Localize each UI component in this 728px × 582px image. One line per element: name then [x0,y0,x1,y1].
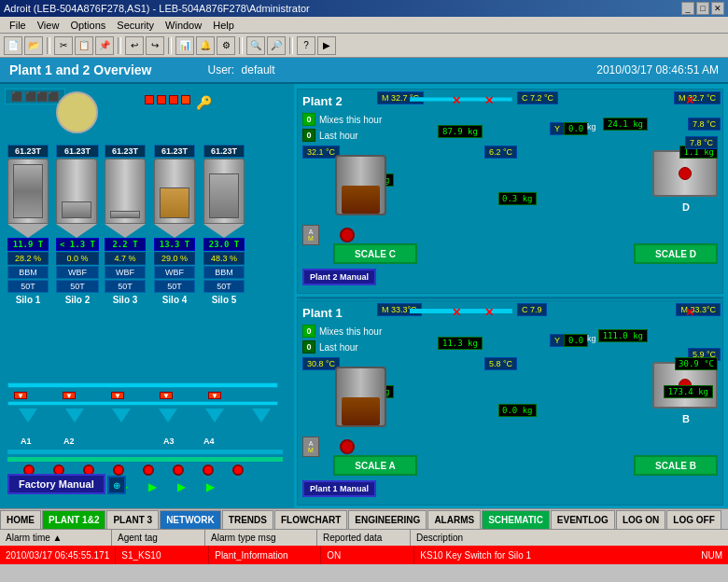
plant2-scale-d: SCALE D [634,243,718,264]
menu-window[interactable]: Window [160,20,207,31]
valve-x2: ✕ [484,94,494,107]
conveyor-2 [7,401,278,406]
plant2-top-pipe [410,97,512,102]
menu-bar: File View Options Security Window Help [0,17,728,34]
silo-rl14-level: 61.23T [203,145,245,158]
silo-rl12-val2: 4.7 % [105,252,146,265]
zoom-out-button[interactable]: 🔎 [267,36,286,55]
copy-button[interactable]: 📋 [75,36,93,55]
plant2-manual-button[interactable]: Plant 2 Manual [302,269,376,285]
tab-engineering[interactable]: ENGINEERING [348,510,427,529]
silo-rl13-val2: 29.0 % [154,252,195,265]
plant2-weight1: 87.9 kg [438,125,483,138]
plant1-valve-x3: ✕ [685,306,694,319]
plant2-temp-m-right: M 32.7 °C [674,91,721,104]
silo-rl13-type: WBF [154,266,195,279]
alarm-data: ON [321,546,414,564]
silo-rl14-val1: 23.0 T [203,238,245,251]
paste-button[interactable]: 📌 [95,36,114,55]
plant1-kg-label: kg [587,334,596,343]
tab-eventlog[interactable]: EVENTLOG [551,510,615,529]
plant1-mixes: 0 Mixes this hour [302,325,382,338]
tab-logoff[interactable]: LOG OFF [666,510,721,529]
tab-plant3[interactable]: PLANT 3 [106,510,159,529]
close-button[interactable]: ✕ [711,2,724,15]
silo-rl11: 61.23T < 1.3 T 0.0 % WBF 50T Silo 2 [56,145,99,305]
tab-schematic[interactable]: SCHEMATIC [482,510,550,529]
plant1-weight3: 0.0 kg [498,404,537,417]
plant2-scale-c: SCALE C [333,243,417,264]
plant1-valve-x2: ✕ [484,306,494,319]
tab-alarms[interactable]: ALARMS [427,510,481,529]
plant1-am-indicator: A M [302,436,319,457]
menu-view[interactable]: View [32,20,65,31]
label-a4: A4 [203,436,215,446]
hopper-row [19,409,271,423]
silo-rl10-val2: 28.2 % [7,252,49,265]
plant2-title: Plant 2 [302,94,343,108]
plant1-b-label: B [682,413,690,424]
silo-rl14-type: BBM [203,266,245,279]
maximize-button[interactable]: □ [696,2,709,15]
silo-rl12: 61.23T 2.2 T 4.7 % WBF 50T Silo 3 [105,145,146,305]
valve-x1: ✕ [452,94,461,107]
plant2-y-label: Y [550,122,565,135]
plant2-pump-c [340,228,355,242]
window-title: Adroit (LEB-504A876F278,AS1) - LEB-504A8… [4,3,310,14]
status-col3: Alarm type msg [205,530,317,546]
new-button[interactable]: 📄 [4,36,22,55]
valve-x3: ✕ [685,94,694,107]
zoom-in-button[interactable]: 🔍 [246,36,265,55]
plant1-y-label: Y [550,334,565,347]
plant-divider [297,297,723,299]
tab-home[interactable]: HOME [0,510,41,529]
plant2-temp2: 32.1 °C [302,146,340,159]
plant1-weight1: 11.3 kg [438,337,483,350]
datetime-display: 2010/03/17 08:46:51 AM [596,63,719,76]
window-controls[interactable]: _ □ ✕ [681,2,724,15]
plant2-am-indicator: A M [302,225,319,245]
silo-rl14: 61.23T 23.0 T 48.3 % BBM 50T Silo 5 [203,145,245,305]
plant1-temp3: 5.8 °C [484,357,517,370]
undo-button[interactable]: ↩ [125,36,144,55]
silo-rl14-size: 50T [203,280,245,293]
menu-help[interactable]: Help [207,20,240,31]
silo-rl13-level: 61.23T [154,145,195,158]
settings-button[interactable]: ⚙ [217,36,235,55]
plant1-manual-button[interactable]: Plant 1 Manual [302,480,376,497]
menu-security[interactable]: Security [111,20,160,31]
plant2-weight-y: 0.0 [564,122,588,135]
tab-plant12[interactable]: PLANT 1&2 [42,510,105,529]
alarm-button[interactable]: 🔔 [196,36,215,55]
plant1-temp2: 30.8 °C [302,357,340,370]
factory-manual-button[interactable]: Factory Manual [7,474,105,494]
run-button[interactable]: ▶ [317,36,336,55]
sep3 [168,37,172,54]
status-col5: Description [411,530,728,546]
plant1-weight-y: 0.0 [564,334,588,347]
plant1-weight-a: 111.0 kg [598,329,648,342]
redo-button[interactable]: ↪ [146,36,164,55]
main-conveyor [7,382,278,388]
minimize-button[interactable]: _ [681,2,694,15]
tab-logon[interactable]: LOG ON [616,510,665,529]
tab-network[interactable]: NETWORK [160,510,221,529]
open-button[interactable]: 📂 [24,36,43,55]
menu-file[interactable]: File [4,20,32,31]
status-col2: Agent tag [112,530,205,546]
silo-rl14-name: Silo 5 [203,295,245,305]
menu-options[interactable]: Options [64,20,111,31]
status-headers: Alarm time ▲ Agent tag Alarm type msg Re… [0,529,728,546]
tab-flowchart[interactable]: FLOWCHART [274,510,347,529]
help-tool-button[interactable]: ? [297,36,315,55]
plant1-lasthour: 0 Last hour [302,340,358,353]
cut-button[interactable]: ✂ [54,36,73,55]
plant2-mixes: 0 Mixes this hour [302,113,382,126]
page-title: Plant 1 and 2 Overview [9,62,152,77]
plant1-scale-a: SCALE A [333,455,417,476]
plant2-lasthour-label: Last hour [319,131,358,141]
status-col4: Reported data [317,530,411,546]
tab-trends[interactable]: TRENDS [222,510,273,529]
bottom-pipe [7,450,283,454]
chart-button[interactable]: 📊 [175,36,194,55]
